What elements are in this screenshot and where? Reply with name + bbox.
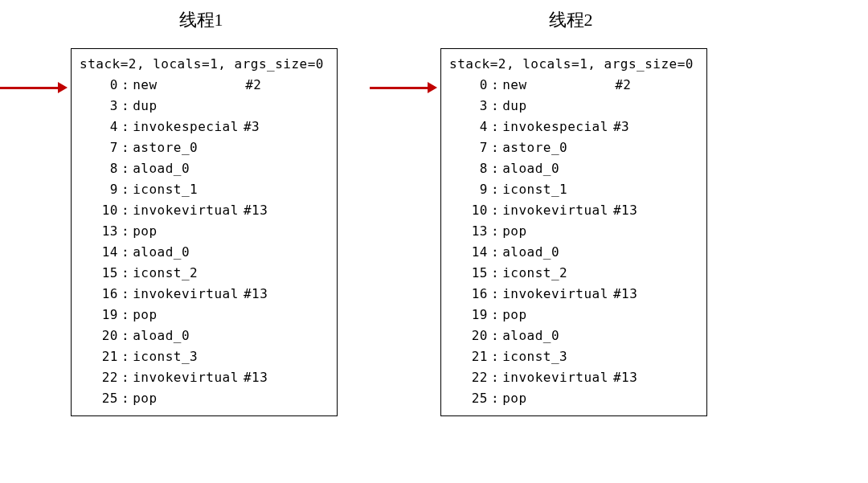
bytecode-line: 19:pop — [449, 305, 698, 325]
offset-value: 19 — [449, 305, 491, 325]
offset-value: 9 — [449, 179, 491, 200]
bytecode-header: stack=2, locals=1, args_size=0 — [449, 54, 698, 75]
colon-separator: : — [121, 284, 133, 305]
bytecode-line: 0:new#2 — [449, 75, 698, 96]
offset-value: 16 — [449, 284, 491, 305]
bytecode-line: 3:dup — [80, 96, 329, 117]
bytecode-line: 16:invokevirtual#13 — [449, 284, 698, 305]
colon-separator: : — [491, 346, 502, 367]
colon-separator: : — [491, 137, 502, 158]
bytecode-line: 22:invokevirtual#13 — [80, 367, 329, 388]
offset-value: 10 — [80, 200, 121, 221]
mnemonic-value: iconst_2 — [133, 263, 198, 284]
bytecode-line: 8:aload_0 — [449, 158, 698, 179]
offset-value: 25 — [449, 388, 491, 409]
colon-separator: : — [121, 137, 133, 158]
offset-value: 4 — [449, 117, 491, 137]
bytecode-line: 9:iconst_1 — [80, 179, 329, 200]
mnemonic-value: new — [502, 75, 615, 96]
colon-separator: : — [121, 158, 133, 179]
offset-value: 22 — [80, 367, 121, 388]
mnemonic-value: pop — [502, 221, 526, 242]
offset-value: 7 — [449, 137, 491, 158]
colon-separator: : — [491, 221, 502, 242]
bytecode-line: 14:aload_0 — [449, 242, 698, 263]
colon-separator: : — [121, 367, 133, 388]
colon-separator: : — [491, 305, 502, 325]
mnemonic-value: iconst_3 — [133, 346, 198, 367]
bytecode-line: 20:aload_0 — [449, 325, 698, 346]
mnemonic-value: astore_0 — [502, 137, 567, 158]
mnemonic-value: dup — [502, 96, 526, 117]
bytecode-line: 4:invokespecial#3 — [449, 117, 698, 137]
mnemonic-value: invokevirtual — [133, 367, 244, 388]
mnemonic-value: aload_0 — [502, 242, 559, 263]
mnemonic-value: invokevirtual — [133, 200, 244, 221]
offset-value: 15 — [449, 263, 491, 284]
mnemonic-value: invokespecial — [133, 117, 244, 137]
colon-separator: : — [491, 388, 502, 409]
const-pool-ref: #13 — [613, 284, 637, 305]
mnemonic-value: aload_0 — [133, 325, 190, 346]
arrow-thread1-icon — [0, 82, 68, 93]
bytecode-line: 8:aload_0 — [80, 158, 329, 179]
colon-separator: : — [491, 242, 502, 263]
offset-value: 25 — [80, 388, 121, 409]
bytecode-line: 13:pop — [80, 221, 329, 242]
offset-value: 19 — [80, 305, 121, 325]
mnemonic-value: pop — [502, 388, 526, 409]
const-pool-ref: #2 — [615, 75, 631, 96]
mnemonic-value: aload_0 — [502, 158, 559, 179]
mnemonic-value: invokevirtual — [133, 284, 244, 305]
mnemonic-value: iconst_1 — [502, 179, 567, 200]
colon-separator: : — [491, 325, 502, 346]
const-pool-ref: #13 — [613, 200, 637, 221]
colon-separator: : — [121, 346, 133, 367]
const-pool-ref: #13 — [244, 367, 268, 388]
arrow-thread2-icon — [370, 82, 437, 93]
mnemonic-value: invokespecial — [502, 117, 613, 137]
mnemonic-value: aload_0 — [133, 158, 190, 179]
const-pool-ref: #13 — [244, 284, 268, 305]
bytecode-line: 7:astore_0 — [80, 137, 329, 158]
bytecode-line: 3:dup — [449, 96, 698, 117]
thread1-bytecode-box: stack=2, locals=1, args_size=0 0:new#23:… — [71, 48, 338, 416]
offset-value: 8 — [80, 158, 121, 179]
bytecode-line: 21:iconst_3 — [80, 346, 329, 367]
colon-separator: : — [491, 158, 502, 179]
colon-separator: : — [121, 200, 133, 221]
colon-separator: : — [121, 221, 133, 242]
bytecode-line: 16:invokevirtual#13 — [80, 284, 329, 305]
const-pool-ref: #13 — [613, 367, 637, 388]
colon-separator: : — [121, 325, 133, 346]
offset-value: 3 — [449, 96, 491, 117]
mnemonic-value: aload_0 — [502, 325, 559, 346]
offset-value: 20 — [449, 325, 491, 346]
offset-value: 14 — [80, 242, 121, 263]
offset-value: 14 — [449, 242, 491, 263]
offset-value: 0 — [449, 75, 491, 96]
colon-separator: : — [491, 200, 502, 221]
offset-value: 13 — [80, 221, 121, 242]
colon-separator: : — [491, 117, 502, 137]
mnemonic-value: invokevirtual — [502, 367, 613, 388]
mnemonic-value: pop — [502, 305, 526, 325]
bytecode-line: 10:invokevirtual#13 — [80, 200, 329, 221]
const-pool-ref: #13 — [244, 200, 268, 221]
bytecode-line: 13:pop — [449, 221, 698, 242]
colon-separator: : — [491, 284, 502, 305]
colon-separator: : — [121, 242, 133, 263]
mnemonic-value: new — [133, 75, 245, 96]
colon-separator: : — [121, 96, 133, 117]
colon-separator: : — [121, 75, 133, 96]
diagram-page: 线程1 线程2 stack=2, locals=1, args_size=0 0… — [0, 0, 868, 483]
mnemonic-value: invokevirtual — [502, 200, 613, 221]
mnemonic-value: astore_0 — [133, 137, 198, 158]
const-pool-ref: #3 — [244, 117, 260, 137]
offset-value: 3 — [80, 96, 121, 117]
bytecode-line: 25:pop — [80, 388, 329, 409]
bytecode-line: 4:invokespecial#3 — [80, 117, 329, 137]
offset-value: 16 — [80, 284, 121, 305]
mnemonic-value: pop — [133, 388, 157, 409]
colon-separator: : — [491, 263, 502, 284]
